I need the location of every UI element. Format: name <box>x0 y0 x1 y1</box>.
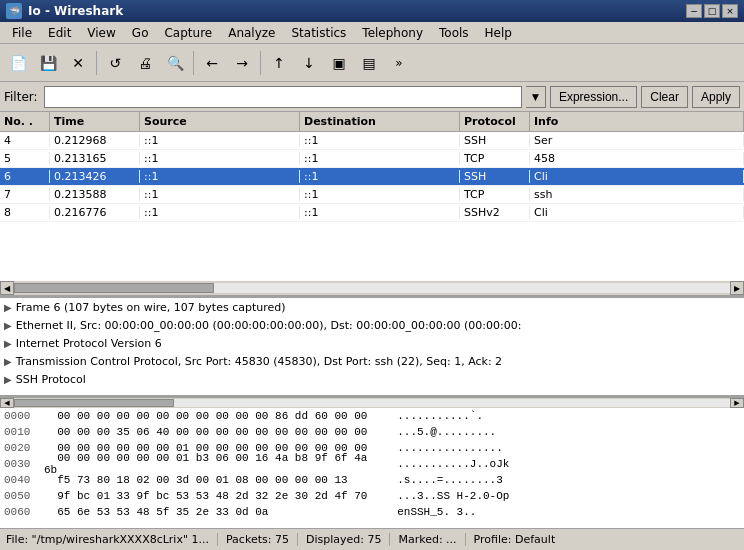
cell-time: 0.212968 <box>50 134 140 147</box>
toolbar-separator <box>96 51 97 75</box>
status-bar: File: "/tmp/wiresharkXXXX8cLrix" 1... Pa… <box>0 528 744 550</box>
cell-no: 4 <box>0 134 50 147</box>
window-title: Io - Wireshark <box>28 4 123 18</box>
list-item[interactable]: ▶Transmission Control Protocol, Src Port… <box>0 352 744 370</box>
expand-icon: ▶ <box>4 356 12 367</box>
col-header-proto[interactable]: Protocol <box>460 112 530 131</box>
cap-options-button[interactable]: ▤ <box>355 49 383 77</box>
detail-text: SSH Protocol <box>16 373 86 386</box>
hex-row: 0030 00 00 00 00 00 00 01 b3 06 00 16 4a… <box>0 456 744 472</box>
expression-button[interactable]: Expression... <box>550 86 637 108</box>
status-file: File: "/tmp/wiresharkXXXX8cLrix" 1... <box>6 533 218 546</box>
table-row[interactable]: 4 0.212968 ::1 ::1 SSH Ser <box>0 132 744 150</box>
save-file-button[interactable]: 💾 <box>34 49 62 77</box>
menu-item-analyze[interactable]: Analyze <box>220 24 283 42</box>
cell-dest: ::1 <box>300 152 460 165</box>
go-up-button[interactable]: ↑ <box>265 49 293 77</box>
menu-item-go[interactable]: Go <box>124 24 157 42</box>
cell-no: 6 <box>0 170 50 183</box>
cell-source: ::1 <box>140 206 300 219</box>
cell-info: Cli <box>530 206 744 219</box>
menu-item-view[interactable]: View <box>79 24 123 42</box>
go-forward-button[interactable]: → <box>228 49 256 77</box>
go-down-button[interactable]: ↓ <box>295 49 323 77</box>
cap-interfaces-button[interactable]: ▣ <box>325 49 353 77</box>
detail-text: Internet Protocol Version 6 <box>16 337 162 350</box>
table-row[interactable]: 6 0.213426 ::1 ::1 SSH Cli <box>0 168 744 186</box>
list-item[interactable]: ▶Ethernet II, Src: 00:00:00_00:00:00 (00… <box>0 316 744 334</box>
cell-source: ::1 <box>140 170 300 183</box>
title-bar: 🦈 Io - Wireshark − □ × <box>0 0 744 22</box>
table-row[interactable]: 7 0.213588 ::1 ::1 TCP ssh <box>0 186 744 204</box>
menu-item-statistics[interactable]: Statistics <box>283 24 354 42</box>
cell-time: 0.213426 <box>50 170 140 183</box>
hex-bytes: 65 6e 53 53 48 5f 35 2e 33 0d 0a <box>44 506 384 518</box>
open-file-button[interactable]: 📄 <box>4 49 32 77</box>
go-back-button[interactable]: ← <box>198 49 226 77</box>
list-item[interactable]: ▶Internet Protocol Version 6 <box>0 334 744 352</box>
menu-item-edit[interactable]: Edit <box>40 24 79 42</box>
detail-text: Transmission Control Protocol, Src Port:… <box>16 355 502 368</box>
cell-no: 8 <box>0 206 50 219</box>
filter-dropdown[interactable]: ▼ <box>526 86 546 108</box>
list-item[interactable]: ▶SSH Protocol <box>0 370 744 388</box>
expand-icon: ▶ <box>4 320 12 331</box>
find-button[interactable]: 🔍 <box>161 49 189 77</box>
cell-info: Cli <box>530 170 744 183</box>
reload-button[interactable]: ↺ <box>101 49 129 77</box>
minimize-button[interactable]: − <box>686 4 702 18</box>
cell-dest: ::1 <box>300 188 460 201</box>
toolbar: 📄💾✕↺🖨🔍←→↑↓▣▤» <box>0 44 744 82</box>
print-button[interactable]: 🖨 <box>131 49 159 77</box>
status-marked: Marked: ... <box>398 533 465 546</box>
menu-item-capture[interactable]: Capture <box>156 24 220 42</box>
hex-ascii: .s....=........3 <box>384 474 503 486</box>
cell-proto: SSHv2 <box>460 206 530 219</box>
maximize-button[interactable]: □ <box>704 4 720 18</box>
hex-ascii: enSSH_5. 3.. <box>384 506 476 518</box>
cell-source: ::1 <box>140 134 300 147</box>
horizontal-scrollbar[interactable]: ◀ ▶ <box>0 281 744 295</box>
menu-bar: FileEditViewGoCaptureAnalyzeStatisticsTe… <box>0 22 744 44</box>
hex-row: 0060 65 6e 53 53 48 5f 35 2e 33 0d 0a en… <box>0 504 744 520</box>
menu-item-file[interactable]: File <box>4 24 40 42</box>
hex-row: 0010 00 00 00 35 06 40 00 00 00 00 00 00… <box>0 424 744 440</box>
col-header-no[interactable]: No. . <box>0 112 50 131</box>
cell-source: ::1 <box>140 188 300 201</box>
menu-item-telephony[interactable]: Telephony <box>354 24 431 42</box>
clear-button[interactable]: Clear <box>641 86 688 108</box>
window-controls: − □ × <box>686 4 738 18</box>
status-displayed: Displayed: 75 <box>306 533 391 546</box>
cell-dest: ::1 <box>300 206 460 219</box>
hex-offset: 0010 <box>4 426 44 438</box>
close-button[interactable]: × <box>722 4 738 18</box>
packet-detail: ▶Frame 6 (107 bytes on wire, 107 bytes c… <box>0 298 744 398</box>
detail-text: Frame 6 (107 bytes on wire, 107 bytes ca… <box>16 301 286 314</box>
col-header-source[interactable]: Source <box>140 112 300 131</box>
packet-list-container: No. . Time Source Destination Protocol I… <box>0 112 744 298</box>
hex-offset: 0050 <box>4 490 44 502</box>
close-file-button[interactable]: ✕ <box>64 49 92 77</box>
filter-bar: Filter: ▼ Expression... Clear Apply <box>0 82 744 112</box>
cell-time: 0.213165 <box>50 152 140 165</box>
hex-bytes: 00 00 00 00 00 00 01 b3 06 00 16 4a b8 9… <box>44 452 384 476</box>
menu-item-tools[interactable]: Tools <box>431 24 477 42</box>
col-header-dest[interactable]: Destination <box>300 112 460 131</box>
cell-time: 0.216776 <box>50 206 140 219</box>
toolbar-separator <box>193 51 194 75</box>
cell-info: ssh <box>530 188 744 201</box>
hex-offset: 0000 <box>4 410 44 422</box>
col-header-time[interactable]: Time <box>50 112 140 131</box>
cell-no: 5 <box>0 152 50 165</box>
table-row[interactable]: 8 0.216776 ::1 ::1 SSHv2 Cli <box>0 204 744 222</box>
more-button[interactable]: » <box>385 49 413 77</box>
cell-time: 0.213588 <box>50 188 140 201</box>
filter-input[interactable] <box>44 86 522 108</box>
hex-ascii: ...........J..oJk <box>384 458 509 470</box>
menu-item-help[interactable]: Help <box>477 24 520 42</box>
apply-button[interactable]: Apply <box>692 86 740 108</box>
table-row[interactable]: 5 0.213165 ::1 ::1 TCP 458 <box>0 150 744 168</box>
cell-info: Ser <box>530 134 744 147</box>
col-header-info[interactable]: Info <box>530 112 744 131</box>
list-item[interactable]: ▶Frame 6 (107 bytes on wire, 107 bytes c… <box>0 298 744 316</box>
